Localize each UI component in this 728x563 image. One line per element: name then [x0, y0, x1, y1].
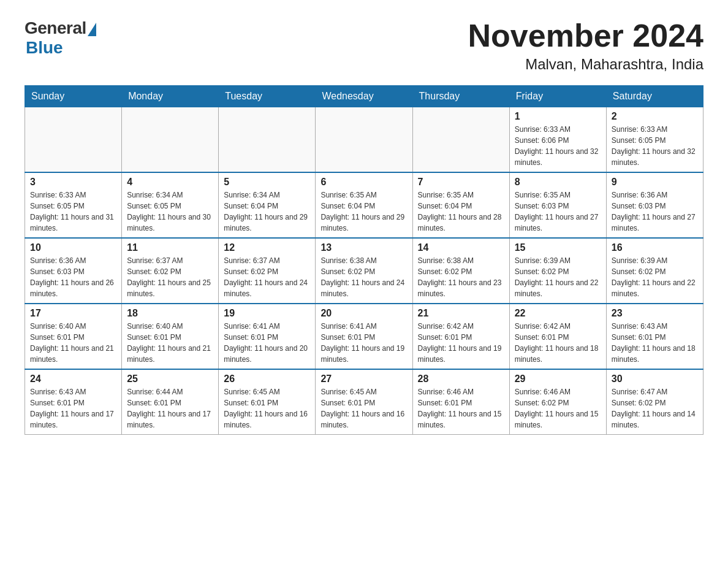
calendar-cell: 15Sunrise: 6:39 AM Sunset: 6:02 PM Dayli…	[509, 238, 606, 304]
day-number: 16	[612, 242, 698, 253]
calendar-cell: 6Sunrise: 6:35 AM Sunset: 6:04 PM Daylig…	[316, 172, 412, 238]
weekday-header-tuesday: Tuesday	[219, 86, 316, 107]
calendar-cell: 26Sunrise: 6:45 AM Sunset: 6:01 PM Dayli…	[219, 369, 316, 435]
calendar-week-row: 1Sunrise: 6:33 AM Sunset: 6:06 PM Daylig…	[25, 107, 703, 173]
day-info: Sunrise: 6:40 AM Sunset: 6:01 PM Dayligh…	[127, 321, 213, 365]
calendar-week-row: 24Sunrise: 6:43 AM Sunset: 6:01 PM Dayli…	[25, 369, 703, 435]
day-number: 13	[320, 242, 407, 253]
day-number: 1	[515, 111, 601, 122]
calendar-body: 1Sunrise: 6:33 AM Sunset: 6:06 PM Daylig…	[25, 107, 703, 435]
day-info: Sunrise: 6:35 AM Sunset: 6:03 PM Dayligh…	[515, 190, 601, 234]
month-title: November 2024	[468, 18, 703, 53]
calendar-cell: 25Sunrise: 6:44 AM Sunset: 6:01 PM Dayli…	[122, 369, 219, 435]
calendar-cell: 28Sunrise: 6:46 AM Sunset: 6:01 PM Dayli…	[412, 369, 509, 435]
calendar-cell: 10Sunrise: 6:36 AM Sunset: 6:03 PM Dayli…	[25, 238, 122, 304]
day-info: Sunrise: 6:36 AM Sunset: 6:03 PM Dayligh…	[30, 255, 116, 299]
calendar-cell: 12Sunrise: 6:37 AM Sunset: 6:02 PM Dayli…	[219, 238, 316, 304]
day-info: Sunrise: 6:34 AM Sunset: 6:04 PM Dayligh…	[224, 190, 310, 234]
weekday-header-sunday: Sunday	[25, 86, 122, 107]
weekday-header-monday: Monday	[122, 86, 219, 107]
calendar-cell: 14Sunrise: 6:38 AM Sunset: 6:02 PM Dayli…	[412, 238, 509, 304]
day-info: Sunrise: 6:35 AM Sunset: 6:04 PM Dayligh…	[320, 190, 407, 234]
weekday-header-thursday: Thursday	[412, 86, 509, 107]
calendar-cell: 5Sunrise: 6:34 AM Sunset: 6:04 PM Daylig…	[219, 172, 316, 238]
day-number: 5	[224, 177, 310, 188]
day-number: 6	[320, 177, 407, 188]
calendar-cell: 20Sunrise: 6:41 AM Sunset: 6:01 PM Dayli…	[316, 304, 412, 369]
day-number: 7	[418, 177, 504, 188]
calendar-cell: 1Sunrise: 6:33 AM Sunset: 6:06 PM Daylig…	[509, 107, 606, 173]
calendar-cell: 7Sunrise: 6:35 AM Sunset: 6:04 PM Daylig…	[412, 172, 509, 238]
logo-blue-text: Blue	[26, 38, 63, 58]
day-number: 23	[612, 308, 698, 319]
calendar-cell: 27Sunrise: 6:45 AM Sunset: 6:01 PM Dayli…	[316, 369, 412, 435]
calendar-cell: 21Sunrise: 6:42 AM Sunset: 6:01 PM Dayli…	[412, 304, 509, 369]
calendar-cell: 11Sunrise: 6:37 AM Sunset: 6:02 PM Dayli…	[122, 238, 219, 304]
day-info: Sunrise: 6:40 AM Sunset: 6:01 PM Dayligh…	[30, 321, 116, 365]
day-number: 4	[127, 177, 213, 188]
calendar-cell	[219, 107, 316, 173]
weekday-header-saturday: Saturday	[606, 86, 703, 107]
day-info: Sunrise: 6:33 AM Sunset: 6:05 PM Dayligh…	[612, 124, 698, 168]
calendar-cell: 16Sunrise: 6:39 AM Sunset: 6:02 PM Dayli…	[606, 238, 703, 304]
day-info: Sunrise: 6:45 AM Sunset: 6:01 PM Dayligh…	[224, 386, 310, 431]
day-number: 17	[30, 308, 116, 319]
day-number: 26	[224, 373, 310, 385]
calendar-week-row: 17Sunrise: 6:40 AM Sunset: 6:01 PM Dayli…	[25, 304, 703, 369]
calendar-week-row: 10Sunrise: 6:36 AM Sunset: 6:03 PM Dayli…	[25, 238, 703, 304]
day-info: Sunrise: 6:38 AM Sunset: 6:02 PM Dayligh…	[320, 255, 407, 299]
day-number: 15	[515, 242, 601, 253]
calendar-table: SundayMondayTuesdayWednesdayThursdayFrid…	[25, 85, 703, 435]
day-info: Sunrise: 6:39 AM Sunset: 6:02 PM Dayligh…	[515, 255, 601, 299]
day-number: 22	[515, 308, 601, 319]
day-number: 2	[612, 111, 698, 122]
logo-general-text: General	[25, 18, 86, 38]
day-info: Sunrise: 6:43 AM Sunset: 6:01 PM Dayligh…	[612, 321, 698, 365]
calendar-cell: 19Sunrise: 6:41 AM Sunset: 6:01 PM Dayli…	[219, 304, 316, 369]
day-number: 11	[127, 242, 213, 253]
day-number: 29	[515, 373, 601, 385]
day-number: 12	[224, 242, 310, 253]
day-info: Sunrise: 6:36 AM Sunset: 6:03 PM Dayligh…	[612, 190, 698, 234]
day-info: Sunrise: 6:35 AM Sunset: 6:04 PM Dayligh…	[418, 190, 504, 234]
day-number: 8	[515, 177, 601, 188]
calendar-cell	[25, 107, 122, 173]
location-title: Malvan, Maharashtra, India	[468, 56, 703, 73]
logo: General Blue	[25, 18, 96, 58]
day-info: Sunrise: 6:42 AM Sunset: 6:01 PM Dayligh…	[515, 321, 601, 365]
page-header: General Blue November 2024 Malvan, Mahar…	[25, 18, 703, 73]
calendar-cell: 13Sunrise: 6:38 AM Sunset: 6:02 PM Dayli…	[316, 238, 412, 304]
day-info: Sunrise: 6:46 AM Sunset: 6:02 PM Dayligh…	[515, 386, 601, 431]
day-number: 30	[612, 373, 698, 385]
day-info: Sunrise: 6:46 AM Sunset: 6:01 PM Dayligh…	[418, 386, 504, 431]
weekday-header-row: SundayMondayTuesdayWednesdayThursdayFrid…	[25, 86, 703, 107]
weekday-header-wednesday: Wednesday	[316, 86, 412, 107]
calendar-cell	[316, 107, 412, 173]
day-info: Sunrise: 6:41 AM Sunset: 6:01 PM Dayligh…	[224, 321, 310, 365]
day-info: Sunrise: 6:34 AM Sunset: 6:05 PM Dayligh…	[127, 190, 213, 234]
day-info: Sunrise: 6:44 AM Sunset: 6:01 PM Dayligh…	[127, 386, 213, 431]
day-info: Sunrise: 6:45 AM Sunset: 6:01 PM Dayligh…	[320, 386, 407, 431]
day-info: Sunrise: 6:43 AM Sunset: 6:01 PM Dayligh…	[30, 386, 116, 431]
calendar-cell	[412, 107, 509, 173]
calendar-cell: 22Sunrise: 6:42 AM Sunset: 6:01 PM Dayli…	[509, 304, 606, 369]
calendar-cell: 17Sunrise: 6:40 AM Sunset: 6:01 PM Dayli…	[25, 304, 122, 369]
calendar-cell: 9Sunrise: 6:36 AM Sunset: 6:03 PM Daylig…	[606, 172, 703, 238]
logo-triangle-icon	[88, 23, 96, 36]
day-number: 9	[612, 177, 698, 188]
day-info: Sunrise: 6:39 AM Sunset: 6:02 PM Dayligh…	[612, 255, 698, 299]
day-number: 3	[30, 177, 116, 188]
day-info: Sunrise: 6:33 AM Sunset: 6:05 PM Dayligh…	[30, 190, 116, 234]
calendar-cell: 2Sunrise: 6:33 AM Sunset: 6:05 PM Daylig…	[606, 107, 703, 173]
calendar-cell: 3Sunrise: 6:33 AM Sunset: 6:05 PM Daylig…	[25, 172, 122, 238]
calendar-cell: 30Sunrise: 6:47 AM Sunset: 6:02 PM Dayli…	[606, 369, 703, 435]
calendar-cell: 8Sunrise: 6:35 AM Sunset: 6:03 PM Daylig…	[509, 172, 606, 238]
day-info: Sunrise: 6:47 AM Sunset: 6:02 PM Dayligh…	[612, 386, 698, 431]
day-number: 25	[127, 373, 213, 385]
day-number: 21	[418, 308, 504, 319]
day-info: Sunrise: 6:37 AM Sunset: 6:02 PM Dayligh…	[127, 255, 213, 299]
calendar-week-row: 3Sunrise: 6:33 AM Sunset: 6:05 PM Daylig…	[25, 172, 703, 238]
calendar-cell: 24Sunrise: 6:43 AM Sunset: 6:01 PM Dayli…	[25, 369, 122, 435]
calendar-cell	[122, 107, 219, 173]
calendar-cell: 23Sunrise: 6:43 AM Sunset: 6:01 PM Dayli…	[606, 304, 703, 369]
